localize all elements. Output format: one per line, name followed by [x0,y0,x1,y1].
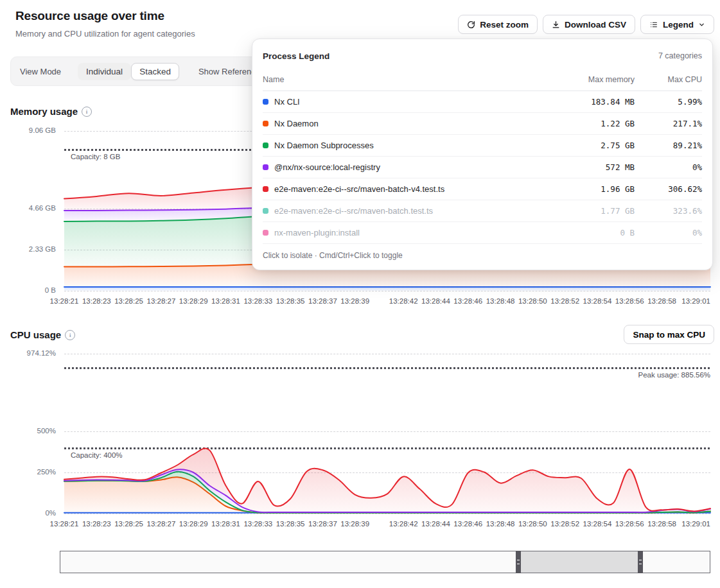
series-color-dot [263,164,268,170]
x-axis-tick: 13:28:58 [647,520,676,528]
cpu-section-title: CPU usage i [10,329,75,340]
cpu-usage-heading: CPU usage [10,329,61,340]
series-max-memory: 572 MB [532,162,635,172]
legend-dropdown-button[interactable]: Legend [640,15,714,34]
x-axis-tick: 13:28:27 [147,297,176,305]
column-name: Name [263,75,532,84]
grip-icon [517,560,520,564]
x-axis-tick: 13:28:46 [453,520,482,528]
brush-handle-right[interactable] [638,551,643,573]
snap-to-max-cpu-button[interactable]: Snap to max CPU [624,325,714,344]
x-axis-tick: 13:28:37 [308,520,337,528]
series-color-dot [263,143,268,148]
legend-category-count: 7 categories [658,51,702,60]
grip-icon [639,560,642,564]
download-icon [552,21,560,29]
view-mode-stacked-button[interactable]: Stacked [131,63,179,80]
x-axis-tick: 13:28:42 [389,520,418,528]
series-name: Nx Daemon Subprocesses [274,141,532,150]
header-actions: Reset zoom Download CSV Legend [458,15,714,34]
y-axis-label: 250% [0,468,56,476]
y-axis-label: 0 B [0,286,56,294]
series-name: e2e-maven:e2e-ci--src/maven-batch.test.t… [274,206,532,216]
x-axis-tick: 13:29:01 [681,520,710,528]
memory-section-title: Memory usage i [10,106,92,117]
x-axis-tick: 13:28:27 [147,520,176,528]
series-name: e2e-maven:e2e-ci--src/maven-batch-v4.tes… [274,184,532,194]
x-axis-tick: 13:28:31 [211,297,240,305]
x-axis-tick: 13:28:56 [615,520,644,528]
cpu-plot[interactable] [64,349,710,514]
x-axis-tick: 13:28:25 [114,297,143,305]
series-max-cpu: 306.62% [635,184,702,194]
view-mode-label: View Mode [20,67,61,76]
series-name: Nx CLI [274,97,532,107]
x-axis-tick: 13:28:39 [340,297,369,305]
x-axis-tick: 13:28:31 [211,520,240,528]
x-axis-tick: 13:28:25 [114,520,143,528]
x-axis-tick: 13:28:37 [308,297,337,305]
download-csv-label: Download CSV [565,20,626,30]
legend-row[interactable]: Nx Daemon Subprocesses2.75 GB89.21% [263,135,702,157]
download-csv-button[interactable]: Download CSV [543,15,635,34]
legend-footer-hint: Click to isolate · Cmd/Ctrl+Click to tog… [263,244,702,260]
legend-row[interactable]: @nx/nx-source:local-registry572 MB0% [263,157,702,178]
legend-rows: Nx CLI183.84 MB5.99%Nx Daemon1.22 GB217.… [263,91,702,244]
y-axis-label: 2.33 GB [0,245,56,253]
info-icon[interactable]: i [65,330,75,340]
x-axis-tick: 13:28:54 [583,297,612,305]
x-axis-tick: 13:28:52 [550,520,579,528]
brush-selection[interactable] [518,551,640,573]
series-name: @nx/nx-source:local-registry [274,162,532,172]
x-axis-tick: 13:28:29 [179,520,208,528]
x-axis-tick: 13:29:01 [681,297,710,305]
chevron-down-icon [698,21,705,28]
x-axis-tick: 13:28:35 [276,297,305,305]
process-legend-popup: Process Legend 7 categories Name Max mem… [252,39,713,270]
x-axis-tick: 13:28:42 [389,297,418,305]
series-color-dot [263,186,268,192]
x-axis-tick: 13:28:48 [486,520,515,528]
column-max-memory: Max memory [532,75,635,84]
x-axis-tick: 13:28:35 [276,520,305,528]
x-axis-tick: 13:28:33 [243,520,272,528]
reset-zoom-button[interactable]: Reset zoom [458,15,538,34]
page-subtitle: Memory and CPU utilization for agent cat… [15,29,195,39]
legend-row[interactable]: e2e-maven:e2e-ci--src/maven-batch-v4.tes… [263,178,702,200]
y-axis-label: 974.12% [0,349,56,357]
legend-row[interactable]: nx-maven-plugin:install0 B0% [263,222,702,244]
x-axis-tick: 13:28:21 [50,297,79,305]
x-axis-tick: 13:28:23 [82,297,111,305]
series-max-cpu: 0% [635,162,702,172]
cpu-chart[interactable]: 974.12%500%250%0%Peak usage: 885.56%Capa… [0,349,720,536]
series-name: nx-maven-plugin:install [274,228,532,238]
series-name: Nx Daemon [274,119,532,128]
series-max-cpu: 0% [635,228,702,238]
x-axis-tick: 13:28:23 [82,520,111,528]
x-axis-tick: 13:28:50 [518,520,547,528]
reset-zoom-label: Reset zoom [480,20,529,30]
x-axis-tick: 13:28:29 [179,297,208,305]
list-icon [649,21,658,29]
legend-row[interactable]: Nx CLI183.84 MB5.99% [263,91,702,113]
x-axis-tick: 13:28:44 [421,297,450,305]
legend-row[interactable]: e2e-maven:e2e-ci--src/maven-batch.test.t… [263,200,702,222]
series-max-memory: 1.96 GB [532,184,635,194]
x-axis-tick: 13:28:52 [550,297,579,305]
series-color-dot [263,208,268,214]
time-range-brush[interactable] [60,551,710,573]
brush-handle-left[interactable] [516,551,521,573]
x-axis-tick: 13:28:33 [243,297,272,305]
legend-row[interactable]: Nx Daemon1.22 GB217.1% [263,113,702,135]
gridline [64,514,710,514]
view-mode-individual-button[interactable]: Individual [78,63,131,80]
x-axis-tick: 13:28:58 [647,297,676,305]
x-axis-tick: 13:28:44 [421,520,450,528]
series-max-memory: 183.84 MB [532,97,635,107]
series-max-cpu: 5.99% [635,97,702,107]
series-max-cpu: 89.21% [635,141,702,150]
series-color-dot [263,99,268,105]
info-icon[interactable]: i [82,107,92,117]
x-axis-tick: 13:28:39 [340,520,369,528]
legend-popup-title: Process Legend [263,51,329,61]
